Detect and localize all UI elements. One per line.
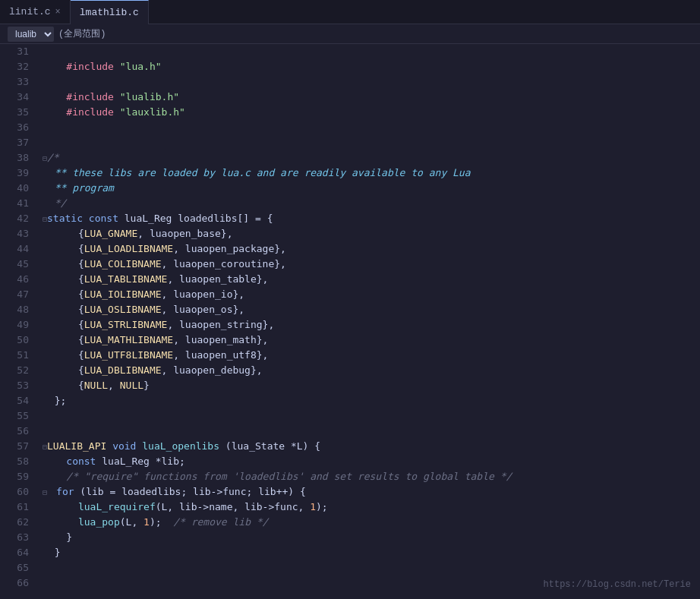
code-line: ⊟LUALIB_API void luaL_openlibs (lua_Stat… — [36, 439, 320, 455]
table-row: 47 {LUA_IOLIBNAME, luaopen_io}, — [0, 287, 700, 302]
code-line: #include "lauxlib.h" — [36, 105, 185, 120]
line-number: 65 — [0, 560, 36, 575]
table-row: 39 ** these libs are loaded by lua.c and… — [0, 166, 700, 181]
table-row: 37 — [0, 135, 700, 150]
line-number: 41 — [0, 196, 36, 211]
line-number: 33 — [0, 74, 36, 90]
line-number: 56 — [0, 424, 36, 439]
code-line: {LUA_MATHLIBNAME, luaopen_math}, — [36, 333, 268, 348]
table-row: 53 {NULL, NULL} — [0, 378, 700, 393]
line-number: 46 — [0, 272, 36, 287]
line-number: 38 — [0, 150, 36, 166]
code-line: */ — [36, 196, 66, 211]
table-row: 52 {LUA_DBLIBNAME, luaopen_debug}, — [0, 363, 700, 378]
table-row: 46 {LUA_TABLIBNAME, luaopen_table}, — [0, 272, 700, 287]
code-line: lua_pop(L, 1); /* remove lib */ — [36, 515, 268, 530]
breadcrumb-scope: (全局范围) — [58, 27, 106, 40]
code-line: {LUA_TABLIBNAME, luaopen_table}, — [36, 272, 268, 287]
code-line: ⊟ for (lib = loadedlibs; lib->func; lib+… — [36, 484, 306, 500]
table-row: 48 {LUA_OSLIBNAME, luaopen_os}, — [0, 302, 700, 317]
tab-linit[interactable]: linit.c × — [0, 0, 71, 24]
table-row: 32 #include "lua.h" — [0, 59, 700, 74]
code-line: luaL_requiref(L, lib->name, lib->func, 1… — [36, 500, 328, 515]
line-number: 49 — [0, 317, 36, 333]
line-number: 45 — [0, 257, 36, 272]
tab-linit-close[interactable]: × — [55, 7, 61, 17]
line-number: 55 — [0, 408, 36, 424]
code-line: ⊟static const luaL_Reg loadedlibs[] = { — [36, 211, 273, 227]
tab-bar: linit.c × lmathlib.c — [0, 0, 700, 24]
code-line: } — [36, 530, 72, 545]
line-number: 48 — [0, 302, 36, 317]
table-row: 31 — [0, 44, 700, 59]
line-number: 36 — [0, 120, 36, 135]
line-number: 31 — [0, 44, 36, 59]
code-line: {NULL, NULL} — [36, 378, 150, 393]
code-line: ⊟/* — [36, 150, 59, 166]
line-number: 54 — [0, 393, 36, 408]
table-row: 49 {LUA_STRLIBNAME, luaopen_string}, — [0, 317, 700, 333]
editor-area: 3132 #include "lua.h"3334 #include "lual… — [0, 44, 700, 599]
tab-linit-label: linit.c — [9, 6, 51, 17]
table-row: 35 #include "lauxlib.h" — [0, 105, 700, 120]
table-row: 43 {LUA_GNAME, luaopen_base}, — [0, 226, 700, 241]
line-number: 60 — [0, 484, 36, 500]
watermark: https://blog.csdn.net/Terie — [544, 579, 691, 590]
table-row: 61 luaL_requiref(L, lib->name, lib->func… — [0, 500, 700, 515]
table-row: 38⊟/* — [0, 150, 700, 166]
code-line: {LUA_LOADLIBNAME, luaopen_package}, — [36, 241, 286, 257]
table-row: 60⊟ for (lib = loadedlibs; lib->func; li… — [0, 484, 700, 500]
table-row: 54 }; — [0, 393, 700, 408]
line-number: 34 — [0, 90, 36, 105]
table-row: 64 } — [0, 545, 700, 560]
table-row: 44 {LUA_LOADLIBNAME, luaopen_package}, — [0, 241, 700, 257]
table-row: 55 — [0, 408, 700, 424]
code-line: {LUA_UTF8LIBNAME, luaopen_utf8}, — [36, 348, 268, 363]
table-row: 62 lua_pop(L, 1); /* remove lib */ — [0, 515, 700, 530]
code-line: ** these libs are loaded by lua.c and ar… — [36, 166, 471, 181]
line-number: 62 — [0, 515, 36, 530]
line-number: 50 — [0, 333, 36, 348]
line-number: 47 — [0, 287, 36, 302]
code-line: }; — [36, 393, 66, 408]
table-row: 63 } — [0, 530, 700, 545]
line-number: 37 — [0, 135, 36, 150]
table-row: 57⊟LUALIB_API void luaL_openlibs (lua_St… — [0, 439, 700, 454]
line-number: 53 — [0, 378, 36, 393]
code-line: } — [36, 545, 60, 560]
code-line: {LUA_IOLIBNAME, luaopen_io}, — [36, 287, 244, 302]
table-row: 51 {LUA_UTF8LIBNAME, luaopen_utf8}, — [0, 348, 700, 363]
code-line: #include "lua.h" — [36, 59, 162, 74]
table-row: 50 {LUA_MATHLIBNAME, luaopen_math}, — [0, 333, 700, 348]
line-number: 64 — [0, 545, 36, 560]
line-number: 40 — [0, 181, 36, 196]
tab-lmathlib-label: lmathlib.c — [80, 7, 139, 18]
table-row: 40 ** program — [0, 181, 700, 196]
table-row: 36 — [0, 120, 700, 135]
code-line: {LUA_COLIBNAME, luaopen_coroutine}, — [36, 257, 286, 272]
line-number: 58 — [0, 454, 36, 469]
code-line: const luaL_Reg *lib; — [36, 454, 185, 469]
line-number: 32 — [0, 59, 36, 74]
line-number: 44 — [0, 241, 36, 257]
table-row: 59 /* "require" functions from 'loadedli… — [0, 469, 700, 484]
table-row: 42⊟static const luaL_Reg loadedlibs[] = … — [0, 211, 700, 226]
code-line: {LUA_OSLIBNAME, luaopen_os}, — [36, 302, 244, 317]
table-row: 58 const luaL_Reg *lib; — [0, 454, 700, 469]
table-row: 41 */ — [0, 196, 700, 211]
breadcrumb-bar: lualib (全局范围) — [0, 24, 700, 44]
code-line: {LUA_STRLIBNAME, luaopen_string}, — [36, 317, 274, 333]
tab-lmathlib[interactable]: lmathlib.c — [71, 0, 149, 24]
code-line: ** program — [36, 181, 114, 196]
line-number: 57 — [0, 439, 36, 454]
table-row: 45 {LUA_COLIBNAME, luaopen_coroutine}, — [0, 257, 700, 272]
line-number: 35 — [0, 105, 36, 120]
line-number: 66 — [0, 575, 36, 591]
table-row: 34 #include "lualib.h" — [0, 90, 700, 105]
code-line: #include "lualib.h" — [36, 90, 179, 105]
code-line: {LUA_DBLIBNAME, luaopen_debug}, — [36, 363, 263, 378]
line-number: 63 — [0, 530, 36, 545]
breadcrumb-file-dropdown[interactable]: lualib — [8, 27, 54, 42]
line-number: 52 — [0, 363, 36, 378]
code-line: {LUA_GNAME, luaopen_base}, — [36, 226, 232, 241]
